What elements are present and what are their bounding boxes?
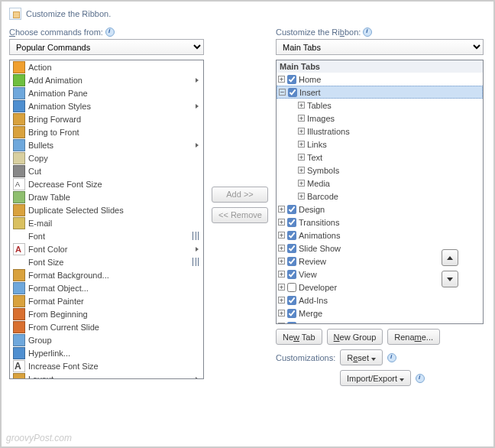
tree-item-label: Transitions	[299, 218, 339, 227]
expander-icon[interactable]: +	[298, 115, 305, 122]
command-item[interactable]: Action	[10, 60, 203, 73]
info-icon[interactable]	[387, 353, 396, 362]
command-item[interactable]: Bring Forward	[10, 112, 203, 125]
frombegin-icon	[13, 308, 25, 320]
command-item[interactable]: Layout	[10, 372, 203, 379]
command-label: Format Painter	[28, 297, 84, 306]
command-item[interactable]: Cut	[10, 164, 203, 177]
command-item[interactable]: Format Background...	[10, 268, 203, 281]
commands-listbox[interactable]: ActionAdd AnimationAnimation PaneAnimati…	[9, 60, 204, 379]
command-item[interactable]: Animation Pane	[10, 86, 203, 99]
tab-checkbox[interactable]	[287, 244, 296, 253]
expander-icon[interactable]: +	[298, 141, 305, 148]
expander-icon[interactable]: +	[278, 258, 285, 265]
command-item[interactable]: Font	[10, 229, 203, 242]
command-item[interactable]: Add Animation	[10, 73, 203, 86]
tree-group-item[interactable]: +Symbols	[277, 164, 483, 177]
tree-group-item[interactable]: +Media	[277, 177, 483, 190]
choose-commands-combo[interactable]: Popular Commands	[9, 39, 204, 55]
expander-icon[interactable]: +	[298, 128, 305, 135]
expander-icon[interactable]: +	[278, 284, 285, 291]
tab-checkbox[interactable]	[287, 218, 296, 227]
tree-group-item[interactable]: +Images	[277, 112, 483, 125]
command-item[interactable]: Bullets	[10, 138, 203, 151]
tab-checkbox[interactable]	[287, 205, 296, 214]
command-label: Format Object...	[28, 284, 89, 293]
tree-tab-item[interactable]: +Transitions	[277, 216, 483, 229]
tree-tab-item[interactable]: +Grayscale	[277, 320, 483, 324]
reset-button[interactable]: Reset	[340, 349, 383, 365]
expander-icon[interactable]: +	[298, 193, 305, 200]
tree-group-item[interactable]: +Text	[277, 151, 483, 164]
expander-icon[interactable]: +	[298, 167, 305, 174]
expander-icon[interactable]: +	[278, 271, 285, 278]
add-button[interactable]: Add >>	[212, 187, 268, 203]
tree-tab-item[interactable]: +Animations	[277, 229, 483, 242]
command-label: Duplicate Selected Slides	[28, 206, 124, 215]
command-item[interactable]: AFont Color	[10, 242, 203, 255]
remove-button[interactable]: << Remove	[212, 207, 268, 223]
expander-icon[interactable]: +	[278, 206, 285, 213]
tab-checkbox[interactable]	[287, 322, 296, 325]
ribbon-combo[interactable]: Main Tabs	[276, 39, 484, 55]
tree-tab-item[interactable]: +Add-Ins	[277, 294, 483, 307]
command-item[interactable]: Format Object...	[10, 281, 203, 294]
command-item[interactable]: Hyperlink...	[10, 346, 203, 359]
move-up-button[interactable]	[442, 249, 458, 266]
expander-icon[interactable]: +	[278, 310, 285, 317]
tab-checkbox[interactable]	[287, 257, 296, 266]
import-export-button[interactable]: Import/Export	[340, 370, 411, 386]
command-item[interactable]: Draw Table	[10, 190, 203, 203]
command-item[interactable]: Animation Styles	[10, 99, 203, 112]
rename-button[interactable]: Rename...	[387, 329, 440, 345]
asmall-icon: A	[13, 178, 25, 190]
tree-group-item[interactable]: +Barcode	[277, 190, 483, 203]
expander-icon[interactable]: +	[298, 102, 305, 109]
command-item[interactable]: AIncrease Font Size	[10, 359, 203, 372]
tab-checkbox[interactable]	[287, 283, 296, 292]
tree-group-item[interactable]: +Links	[277, 138, 483, 151]
tab-checkbox[interactable]	[287, 296, 296, 305]
expander-icon[interactable]: +	[278, 323, 285, 324]
command-item[interactable]: Font Size	[10, 255, 203, 268]
expander-icon[interactable]: +	[278, 245, 285, 252]
expander-icon[interactable]: +	[278, 232, 285, 239]
tree-group-item[interactable]: +Tables	[277, 99, 483, 112]
expander-icon[interactable]: +	[278, 76, 285, 83]
command-item[interactable]: ADecrease Font Size	[10, 177, 203, 190]
expander-icon[interactable]: +	[278, 219, 285, 226]
tree-tab-item[interactable]: +Merge	[277, 307, 483, 320]
expander-icon[interactable]: +	[278, 297, 285, 304]
command-item[interactable]: Bring to Front	[10, 125, 203, 138]
expander-icon[interactable]: +	[298, 180, 305, 187]
tree-tab-item[interactable]: −Insert	[277, 86, 483, 99]
command-item[interactable]: Group	[10, 333, 203, 346]
tree-tab-item[interactable]: +Design	[277, 203, 483, 216]
command-item[interactable]: From Beginning	[10, 307, 203, 320]
layout-icon	[13, 373, 25, 380]
expander-icon[interactable]: −	[279, 89, 286, 96]
tree-tab-item[interactable]: +Home	[277, 73, 483, 86]
tab-checkbox[interactable]	[287, 309, 296, 318]
tab-checkbox[interactable]	[288, 88, 297, 97]
new-group-button[interactable]: New Group	[327, 329, 383, 345]
tab-checkbox[interactable]	[287, 270, 296, 279]
command-item[interactable]: Duplicate Selected Slides	[10, 203, 203, 216]
expander-icon[interactable]: +	[298, 154, 305, 161]
tree-group-item[interactable]: +Illustrations	[277, 125, 483, 138]
info-icon[interactable]	[416, 374, 425, 383]
bring-forward-icon	[13, 113, 25, 125]
tree-item-label: Merge	[299, 309, 322, 318]
command-item[interactable]: Copy	[10, 151, 203, 164]
move-down-button[interactable]	[442, 271, 458, 287]
submenu-arrow-icon	[196, 104, 199, 109]
tree-item-label: Media	[307, 179, 330, 188]
command-item[interactable]: E-mail	[10, 216, 203, 229]
command-item[interactable]: From Current Slide	[10, 320, 203, 333]
command-item[interactable]: Format Painter	[10, 294, 203, 307]
new-tab-button[interactable]: New Tab	[276, 329, 322, 345]
tab-checkbox[interactable]	[287, 75, 296, 84]
info-icon[interactable]	[105, 28, 115, 37]
info-icon[interactable]	[363, 28, 372, 37]
tab-checkbox[interactable]	[287, 231, 296, 240]
